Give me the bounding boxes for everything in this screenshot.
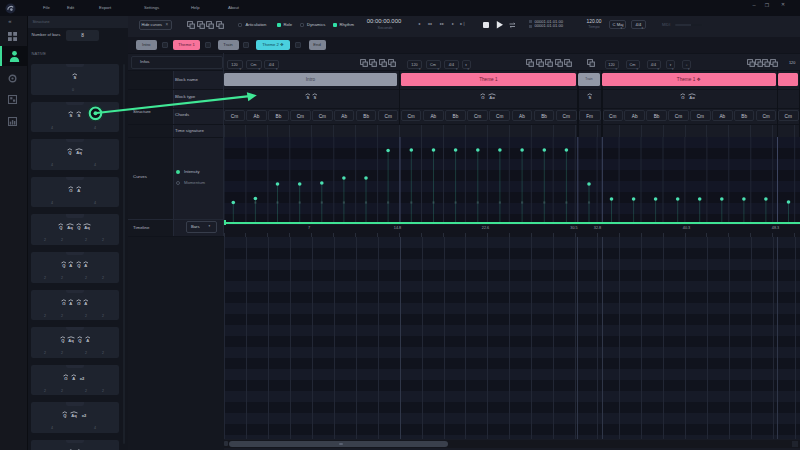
svg-text:A: A [86, 338, 89, 342]
svg-text:A: A [85, 263, 88, 267]
svg-text:Aq: Aq [76, 150, 82, 154]
svg-text:Aq: Aq [71, 413, 77, 417]
svg-text:Aq: Aq [85, 225, 91, 229]
svg-text:S: S [77, 113, 80, 117]
svg-text:Q: Q [78, 338, 82, 342]
svg-text:Q: Q [481, 95, 485, 99]
svg-text:S: S [73, 75, 76, 79]
svg-text:S: S [306, 95, 309, 99]
svg-text:A: A [85, 301, 88, 305]
svg-text:Q: Q [63, 413, 67, 417]
svg-text:x2: x2 [80, 376, 85, 380]
svg-text:Q: Q [681, 95, 685, 99]
svg-text:Q: Q [77, 225, 81, 229]
svg-text:Q: Q [62, 301, 66, 305]
svg-text:Aq: Aq [68, 338, 74, 342]
svg-text:S: S [70, 113, 73, 117]
svg-text:A: A [70, 301, 73, 305]
svg-text:Q: Q [77, 301, 81, 305]
svg-text:Q: Q [64, 376, 68, 380]
svg-text:Q: Q [68, 150, 72, 154]
svg-text:Q: Q [59, 225, 63, 229]
svg-text:x2: x2 [81, 413, 86, 417]
svg-text:Aq: Aq [489, 95, 495, 99]
svg-text:A: A [77, 188, 80, 192]
svg-text:S: S [313, 95, 316, 99]
svg-text:Aq: Aq [689, 95, 695, 99]
svg-text:Q: Q [69, 188, 73, 192]
svg-text:Q: Q [77, 263, 81, 267]
svg-text:Q: Q [61, 338, 65, 342]
svg-text:A: A [72, 376, 75, 380]
svg-text:Q: Q [62, 263, 66, 267]
svg-text:S: S [588, 95, 591, 99]
svg-text:A: A [70, 263, 73, 267]
svg-text:Aq: Aq [67, 225, 73, 229]
